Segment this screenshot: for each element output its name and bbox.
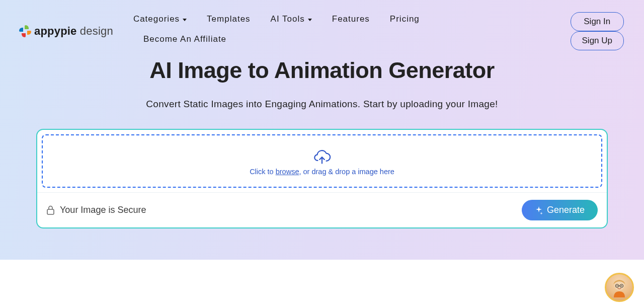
upload-card: Click to browse, or drag & drop a image … xyxy=(36,129,608,228)
nav-pricing[interactable]: Pricing xyxy=(380,9,430,29)
logo-icon xyxy=(18,24,32,38)
nav-ai-tools[interactable]: AI Tools xyxy=(261,9,322,29)
chat-assistant-button[interactable] xyxy=(605,273,634,302)
cloud-upload-icon xyxy=(312,149,332,165)
page-subtitle: Convert Static Images into Engaging Anim… xyxy=(0,99,644,110)
auth-buttons: Sign In Sign Up xyxy=(571,12,624,50)
nav-features[interactable]: Features xyxy=(322,9,380,29)
sparkle-icon xyxy=(535,206,543,214)
chevron-down-icon xyxy=(183,19,187,21)
sign-up-button[interactable]: Sign Up xyxy=(571,31,624,50)
nav-categories[interactable]: Categories xyxy=(133,9,197,29)
upload-dropzone[interactable]: Click to browse, or drag & drop a image … xyxy=(42,134,602,188)
main-nav: Categories Templates AI Tools Features P… xyxy=(133,9,465,49)
hero: AI Image to Animation Generator Convert … xyxy=(0,57,644,110)
secure-notice: Your Image is Secure xyxy=(46,205,146,215)
header: appypie design Categories Templates AI T… xyxy=(0,0,644,50)
browse-link[interactable]: browse xyxy=(276,168,299,176)
svg-rect-0 xyxy=(47,209,54,214)
nav-affiliate[interactable]: Become An Affiliate xyxy=(133,29,236,49)
svg-point-5 xyxy=(617,285,618,286)
svg-point-6 xyxy=(621,285,622,286)
page-title: AI Image to Animation Generator xyxy=(0,57,644,84)
generate-button[interactable]: Generate xyxy=(522,200,598,220)
avatar-icon xyxy=(609,277,629,297)
dropzone-text: Click to browse, or drag & drop a image … xyxy=(48,168,596,176)
nav-templates[interactable]: Templates xyxy=(197,9,260,29)
sign-in-button[interactable]: Sign In xyxy=(571,12,624,31)
lock-icon xyxy=(46,205,55,215)
brand-logo[interactable]: appypie design xyxy=(18,24,113,38)
upload-footer: Your Image is Secure Generate xyxy=(37,192,607,227)
logo-text: appypie design xyxy=(34,25,113,38)
chevron-down-icon xyxy=(308,19,312,21)
